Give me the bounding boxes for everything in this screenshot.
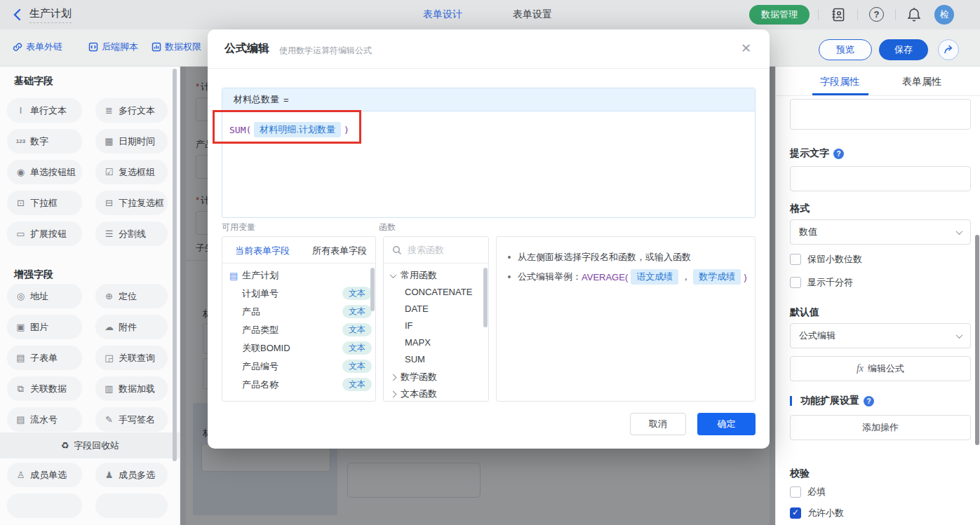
- save-button[interactable]: 保存: [879, 39, 928, 60]
- backend-script-button[interactable]: 后端脚本: [88, 41, 138, 53]
- modal-title: 公式编辑: [224, 41, 269, 56]
- field-type-image[interactable]: ▣图片: [7, 315, 82, 339]
- contact-book-icon[interactable]: [831, 7, 846, 22]
- default-value-select[interactable]: 公式编辑: [790, 323, 971, 348]
- field-type-linked-data[interactable]: ⧉关联数据: [7, 376, 82, 401]
- variable-item[interactable]: 产品: [242, 306, 260, 318]
- function-item[interactable]: CONCATENATE: [405, 287, 472, 297]
- function-item[interactable]: DATE: [405, 304, 429, 314]
- equals-sign: =: [283, 95, 289, 105]
- field-type-checkbox-group[interactable]: ☑复选框组: [95, 160, 168, 184]
- field-type-single-line-text[interactable]: I单行文本: [7, 98, 82, 123]
- field-type-serial-number[interactable]: ▤流水号: [7, 407, 82, 432]
- hint-help-icon[interactable]: ?: [833, 149, 844, 159]
- field-name-input[interactable]: [790, 99, 971, 130]
- checkbox-unchecked[interactable]: [790, 486, 801, 498]
- field-type-multi-dropdown[interactable]: ⊟下拉复选框: [95, 191, 168, 215]
- extension-help-icon[interactable]: ?: [864, 396, 874, 407]
- tab-form-properties[interactable]: 表单属性: [902, 76, 941, 88]
- checkbox-unchecked[interactable]: [790, 254, 801, 265]
- function-search[interactable]: 搜索函数: [384, 237, 488, 264]
- avatar[interactable]: 检: [934, 5, 954, 25]
- variable-item[interactable]: 产品类型: [242, 324, 278, 336]
- edit-formula-button[interactable]: fx编辑公式: [790, 356, 971, 381]
- number-123-icon: 123: [15, 138, 26, 144]
- variable-item[interactable]: 关联BOMID: [242, 342, 290, 355]
- field-type-lookup[interactable]: ◲关联查询: [95, 346, 168, 370]
- formula-editor-modal: 公式编辑 使用数学运算符编辑公式 ✕ 材料总数量 = SUM( 材料明细.计划数…: [208, 29, 770, 449]
- back-icon[interactable]: [13, 8, 21, 21]
- function-item[interactable]: SUM: [405, 354, 425, 364]
- data-manage-button[interactable]: 数据管理: [749, 5, 810, 25]
- form-external-link-button[interactable]: 表单外链: [13, 41, 62, 53]
- field-reference-token[interactable]: 材料明细.计划数量: [254, 122, 341, 137]
- image-icon: ▣: [15, 322, 26, 332]
- field-type-dropdown[interactable]: ⊡下拉框: [7, 191, 82, 215]
- function-item[interactable]: IF: [405, 320, 413, 331]
- form-icon: ▤: [229, 271, 238, 281]
- preview-button[interactable]: 预览: [819, 39, 872, 60]
- function-group-math[interactable]: 数学函数: [391, 371, 437, 383]
- confirm-button[interactable]: 确定: [697, 413, 756, 435]
- field-type-radio-group[interactable]: ◉单选按钮组: [7, 160, 82, 184]
- single-line-text-icon: I: [15, 105, 26, 116]
- formula-expression[interactable]: SUM( 材料明细.计划数量 ): [229, 122, 349, 137]
- field-type-subform[interactable]: ▤子表单: [7, 346, 82, 370]
- field-type-signature[interactable]: ✎手写签名: [95, 407, 168, 432]
- field-type-number[interactable]: 123数字: [7, 129, 82, 154]
- type-badge: 文本: [342, 360, 372, 373]
- tab-form-design[interactable]: 表单设计: [423, 8, 462, 21]
- checkbox-unchecked[interactable]: [790, 277, 801, 288]
- format-select[interactable]: 数值: [790, 219, 971, 245]
- example-field-token: 语文成绩: [631, 269, 678, 285]
- allow-decimal-checkbox[interactable]: 允许小数: [790, 507, 844, 519]
- field-type-attachment[interactable]: ☁附件: [95, 315, 168, 339]
- tab-field-properties[interactable]: 字段属性: [820, 76, 859, 88]
- variable-item[interactable]: 产品名称: [242, 379, 278, 391]
- bell-icon[interactable]: [906, 6, 922, 22]
- form-external-link-label: 表单外链: [26, 41, 62, 53]
- share-button[interactable]: [938, 39, 959, 60]
- cancel-button[interactable]: 取消: [630, 413, 686, 435]
- hint-text-input[interactable]: [790, 166, 971, 191]
- member-multi-icon: ♟: [104, 470, 114, 480]
- variables-scrollbar[interactable]: [370, 268, 375, 311]
- top-bar: 生产计划 表单设计 表单设置 数据管理 ? 检: [0, 0, 980, 29]
- variable-item[interactable]: 产品编号: [242, 360, 278, 373]
- function-item[interactable]: MAPX: [405, 337, 431, 348]
- close-icon[interactable]: ✕: [741, 41, 751, 56]
- tab-current-form-fields[interactable]: 当前表单字段: [235, 245, 290, 257]
- sidebar-scrollbar[interactable]: [173, 69, 177, 461]
- field-type-member-multi[interactable]: ♟成员多选: [95, 463, 168, 487]
- keep-decimals-checkbox[interactable]: 保留小数位数: [790, 253, 862, 266]
- field-type-member-single[interactable]: ♙成员单选: [7, 463, 82, 487]
- functions-scrollbar[interactable]: [483, 268, 488, 327]
- modal-subtitle: 使用数学运算符编辑公式: [279, 45, 372, 57]
- field-type-datetime[interactable]: ▦日期时间: [95, 129, 168, 154]
- function-group-text[interactable]: 文本函数: [391, 388, 437, 400]
- field-type-address[interactable]: ◎地址: [7, 284, 82, 308]
- variable-item[interactable]: 计划单号: [242, 287, 278, 300]
- panel-scrollbar[interactable]: [975, 235, 979, 445]
- function-group-common[interactable]: 常用函数: [391, 269, 437, 282]
- add-action-button[interactable]: 添加操作: [790, 415, 971, 440]
- type-badge: 文本: [342, 305, 372, 318]
- field-type-locate[interactable]: ⊕定位: [95, 284, 168, 308]
- required-checkbox[interactable]: 必填: [790, 486, 826, 498]
- field-recycle-bin[interactable]: ♻字段回收站: [0, 432, 180, 458]
- field-type-partial[interactable]: [95, 493, 168, 518]
- bullet-icon: [508, 275, 511, 278]
- tab-form-settings[interactable]: 表单设置: [513, 8, 552, 21]
- field-type-partial[interactable]: [7, 493, 82, 518]
- tab-all-form-fields[interactable]: 所有表单字段: [312, 245, 367, 257]
- field-type-divider-line[interactable]: ☰分割线: [95, 221, 168, 246]
- checkbox-checked[interactable]: [790, 507, 801, 519]
- help-icon[interactable]: ?: [869, 7, 884, 22]
- formula-editor[interactable]: 材料总数量 = SUM( 材料明细.计划数量 ): [222, 88, 756, 218]
- field-type-extend-button[interactable]: ▭扩展按钮: [7, 221, 82, 246]
- field-type-data-load[interactable]: ▥数据加载: [95, 376, 168, 401]
- thousands-separator-checkbox[interactable]: 显示千分符: [790, 276, 853, 289]
- data-permission-button[interactable]: 数据权限: [152, 41, 201, 53]
- variable-tree-root[interactable]: ▤生产计划: [229, 269, 278, 282]
- field-type-multi-line-text[interactable]: ≣多行文本: [95, 98, 168, 123]
